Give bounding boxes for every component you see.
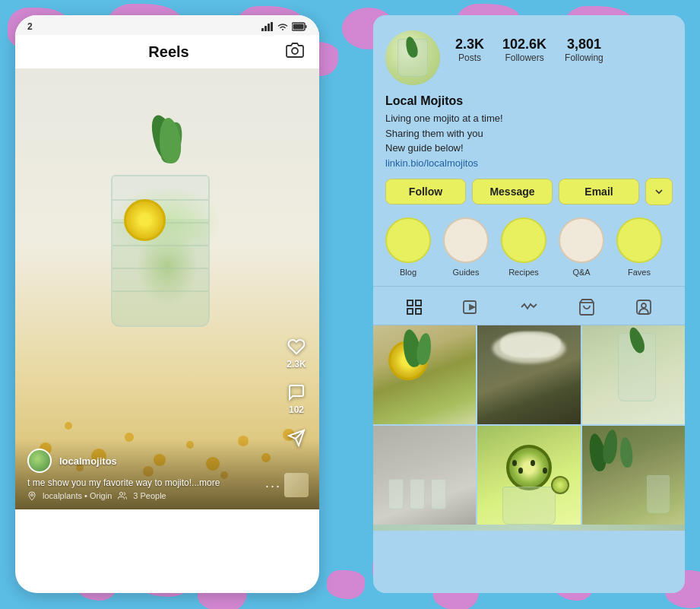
wifi-icon [277,22,289,31]
highlight-blog[interactable]: Blog [385,217,431,277]
svg-point-24 [120,493,123,496]
highlight-circle-guides [443,217,489,263]
carrier-number: 2 [27,21,33,32]
reel-avatar [27,449,52,473]
svg-rect-6 [293,24,304,30]
followers-count: 102.6K [502,36,546,52]
highlight-label-blog: Blog [400,268,417,277]
phone-panel: 2 Reels [15,15,319,593]
svg-rect-3 [271,22,273,31]
people-icon [118,491,127,500]
highlight-label-qa: Q&A [572,268,590,277]
status-icons [261,22,307,31]
location-icon [27,491,36,500]
comment-icon [286,382,307,403]
svg-point-9 [65,422,72,430]
svg-point-7 [292,48,298,54]
highlight-label-faves: Faves [628,268,651,277]
profile-panel: 2.3K Posts 102.6K Followers 3,801 Follow… [373,15,685,593]
posts-count: 2.3K [455,36,484,52]
reel-username: localmojitos [59,455,117,467]
follow-button[interactable]: Follow [385,179,466,205]
tab-reels[interactable] [518,296,540,319]
music-thumbnail [284,473,309,497]
profile-avatar [385,30,440,85]
camera-button[interactable] [286,41,304,62]
status-bar: 2 [15,15,319,35]
camera-icon [286,41,304,59]
reels-title: Reels [148,43,188,61]
chevron-down-icon [653,186,665,198]
profile-link[interactable]: linkin.bio/localmojitos [385,157,673,169]
following-stat: 3,801 Following [565,36,603,63]
grid-photo-5[interactable] [477,426,580,525]
comment-action[interactable]: 102 [286,382,307,415]
highlight-faves[interactable]: Faves [616,217,662,277]
grid-icon [405,298,423,316]
grid-photo-1[interactable] [373,325,476,424]
svg-rect-1 [264,26,267,31]
grid-photo-2[interactable] [477,325,580,424]
reel-actions: 2.3K 102 [286,336,307,449]
highlight-label-guides: Guides [453,268,480,277]
comment-count: 102 [289,404,304,415]
svg-rect-5 [306,25,307,28]
dropdown-button[interactable] [645,178,673,205]
like-count: 2.3K [287,359,306,370]
svg-point-23 [31,494,33,496]
svg-point-33 [641,303,646,308]
followers-label: Followers [505,52,543,63]
highlight-circle-faves [616,217,662,263]
reel-user-row: localmojitos [27,449,307,473]
bio-line-2: Sharing them with you [385,126,673,141]
following-label: Following [565,52,603,63]
bio-line-3: New guide below! [385,141,673,156]
bag-icon [578,298,596,316]
profile-actions: Follow Message Email [373,169,685,205]
story-highlights: Blog Guides Recipes Q&A Faves [373,205,685,277]
svg-rect-2 [268,24,270,31]
chart-icon [520,298,538,316]
svg-marker-30 [470,305,474,309]
highlight-circle-recipes [501,217,546,263]
reel-info: localmojitos t me show you my favorite w… [15,439,319,509]
posts-label: Posts [458,52,481,63]
tab-shop[interactable] [575,296,598,319]
grid-photo-3[interactable] [582,325,685,424]
svg-rect-27 [407,309,413,314]
heart-icon [286,336,307,357]
battery-icon [292,22,307,31]
reel-image: 2.3K 102 [15,68,319,509]
following-count: 3,801 [567,36,601,52]
grid-overflow-hint [373,525,685,531]
photo-grid [373,325,685,525]
tab-tagged[interactable] [632,296,655,319]
svg-rect-0 [261,28,264,31]
person-tag-icon [635,298,653,316]
tab-video[interactable] [460,296,483,319]
svg-rect-25 [407,300,413,306]
bio-line-1: Living one mojito at a time! [385,111,673,126]
profile-bio-section: Local Mojitos Living one mojito at a tim… [373,85,685,169]
highlight-qa[interactable]: Q&A [559,217,604,277]
more-options[interactable]: ··· [265,478,281,494]
reel-tag-location: localplants • Origin [43,491,112,500]
video-icon [462,298,480,316]
profile-name: Local Mojitos [385,94,673,108]
reels-header: Reels [15,35,319,68]
highlight-recipes[interactable]: Recipes [501,217,546,277]
signal-bars-icon [261,22,274,31]
svg-rect-28 [416,309,421,314]
tab-grid[interactable] [403,296,426,319]
reel-tag-people: 3 People [133,491,166,500]
posts-stat: 2.3K Posts [455,36,484,63]
highlight-label-recipes: Recipes [508,268,539,277]
email-button[interactable]: Email [559,179,639,205]
highlight-guides[interactable]: Guides [443,217,489,277]
message-button[interactable]: Message [472,179,553,205]
grid-photo-6[interactable] [582,426,685,525]
highlight-circle-qa [559,217,604,263]
svg-rect-26 [416,300,421,306]
grid-photo-4[interactable] [373,426,476,525]
like-action[interactable]: 2.3K [286,336,307,370]
